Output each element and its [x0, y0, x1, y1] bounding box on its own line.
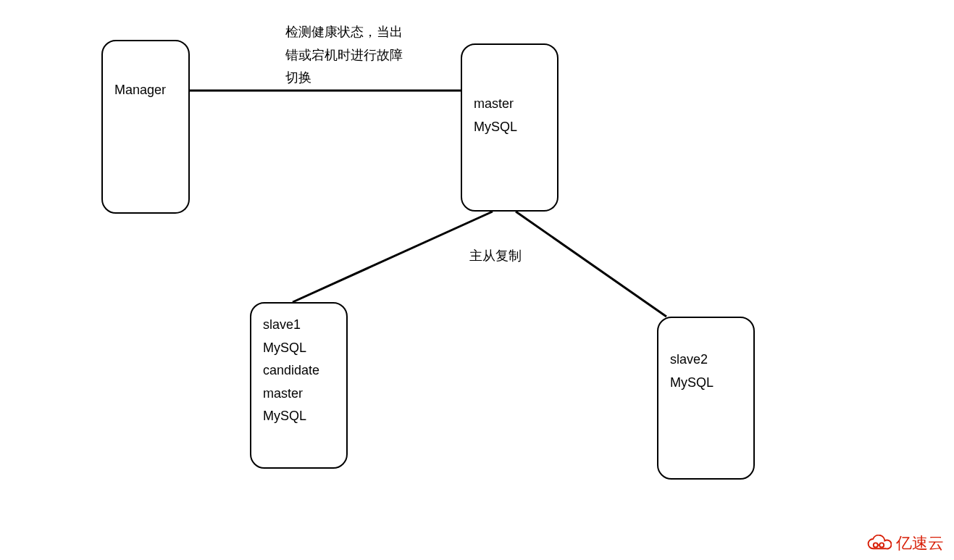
- node-slave1: slave1 MySQL candidate master MySQL: [250, 302, 348, 469]
- node-manager: Manager: [101, 40, 190, 214]
- svg-point-1: [879, 543, 884, 547]
- node-master: master MySQL: [461, 43, 558, 212]
- watermark: 亿速云: [866, 532, 944, 554]
- node-slave2: slave2 MySQL: [657, 317, 755, 480]
- label-healthcheck: 检测健康状态，当出 错或宕机时进行故障 切换: [285, 21, 403, 90]
- cloud-icon: [866, 535, 892, 552]
- node-slave1-line1: slave1: [263, 314, 335, 337]
- edge-master-slave2: [516, 212, 666, 317]
- node-slave1-line4: candidate: [263, 359, 335, 383]
- label-replication: 主从复制: [469, 245, 522, 268]
- node-slave2-line1: slave2: [670, 348, 742, 372]
- node-slave2-line2: MySQL: [670, 372, 742, 395]
- node-master-line2: MySQL: [474, 116, 545, 139]
- svg-point-0: [874, 543, 878, 547]
- node-slave1-line6: MySQL: [263, 405, 335, 428]
- node-manager-line1: Manager: [114, 79, 177, 102]
- node-slave1-line2: MySQL: [263, 337, 335, 360]
- edge-master-slave1: [293, 212, 493, 302]
- node-slave1-line5: master: [263, 383, 335, 406]
- watermark-text: 亿速云: [896, 532, 944, 554]
- node-master-line1: master: [474, 93, 545, 116]
